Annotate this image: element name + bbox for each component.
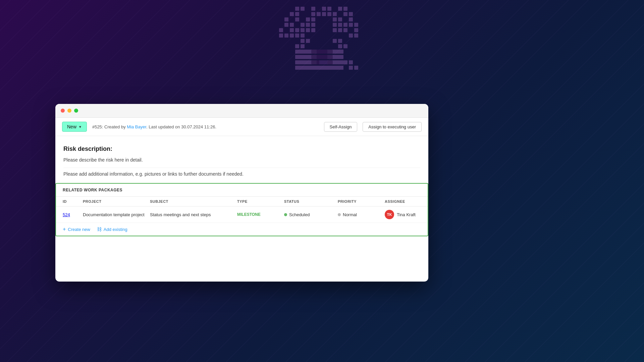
description-line2: Please add additional information, e.g. … (63, 168, 420, 178)
svg-rect-26 (306, 23, 310, 27)
svg-rect-13 (333, 12, 337, 16)
action-row: + Create new ⛓ Add existing (56, 223, 428, 236)
related-work-packages-section: RELATED WORK PACKAGES ID PROJECT SUBJECT… (55, 183, 428, 236)
col-header-priority: PRIORITY (338, 199, 385, 203)
svg-rect-5 (338, 7, 342, 11)
svg-rect-10 (317, 12, 321, 16)
priority-label: Normal (343, 212, 357, 217)
svg-rect-55 (301, 44, 305, 48)
toolbar: New ▼ #525: Created by Mia Bayer. Last u… (55, 118, 428, 136)
meta-info: #525: Created by Mia Bayer. Last updated… (92, 124, 319, 129)
priority-dot-normal (338, 213, 341, 216)
svg-rect-49 (354, 34, 358, 38)
svg-rect-0 (295, 7, 299, 11)
add-existing-label: Add existing (104, 227, 127, 232)
svg-rect-53 (338, 39, 342, 43)
svg-rect-70 (311, 55, 333, 59)
svg-rect-40 (338, 28, 342, 32)
svg-rect-51 (306, 39, 310, 43)
create-new-button[interactable]: + Create new (63, 226, 90, 232)
svg-rect-63 (349, 60, 353, 64)
svg-rect-43 (279, 34, 283, 38)
assign-executing-user-button[interactable]: Assign to executing user (363, 122, 422, 132)
col-header-status: STATUS (284, 199, 338, 203)
svg-rect-29 (338, 23, 342, 27)
work-package-id-link[interactable]: 524 (63, 212, 70, 217)
related-section-title: RELATED WORK PACKAGES (56, 184, 428, 197)
svg-rect-28 (333, 23, 337, 27)
svg-rect-71 (311, 60, 319, 64)
create-new-label: Create new (68, 227, 90, 232)
svg-rect-48 (349, 34, 353, 38)
svg-rect-7 (290, 12, 294, 16)
status-dot-scheduled (284, 213, 287, 216)
svg-rect-14 (343, 12, 347, 16)
svg-rect-31 (349, 23, 353, 27)
svg-rect-32 (354, 23, 358, 27)
meta-prefix: #525: Created by (92, 124, 127, 129)
svg-rect-50 (301, 39, 305, 43)
row-subject: Status meetings and next steps (150, 212, 237, 217)
content-area: Risk description: Please describe the ri… (55, 136, 428, 183)
minimize-icon[interactable] (67, 109, 71, 113)
assignee-cell: TK Tina Kraft (385, 210, 428, 219)
col-header-assignee: ASSIGNEE (385, 199, 428, 203)
svg-rect-44 (284, 34, 288, 38)
col-header-subject: SUBJECT (150, 199, 237, 203)
logo-container (268, 7, 376, 95)
svg-rect-57 (343, 44, 347, 48)
svg-rect-25 (301, 23, 305, 27)
priority-badge: Normal (338, 212, 385, 217)
svg-rect-27 (311, 23, 315, 27)
svg-rect-22 (349, 17, 353, 21)
svg-rect-41 (343, 28, 347, 32)
self-assign-button[interactable]: Self-Assign (324, 122, 358, 132)
svg-rect-69 (311, 50, 333, 54)
status-button-label: New (67, 124, 76, 129)
svg-rect-61 (295, 66, 343, 70)
table-row: 524 Documentation template project Statu… (56, 206, 428, 223)
svg-rect-37 (306, 28, 310, 32)
row-type: MILESTONE (237, 212, 284, 217)
svg-rect-3 (322, 7, 326, 11)
svg-rect-2 (311, 7, 315, 11)
pixel-logo-svg (268, 7, 376, 94)
work-packages-table: ID PROJECT SUBJECT TYPE STATUS PRIORITY … (56, 197, 428, 236)
meta-author-link[interactable]: Mia Bayer (127, 124, 146, 129)
svg-rect-23 (284, 23, 288, 27)
status-label: Scheduled (289, 212, 310, 217)
svg-rect-20 (333, 17, 337, 21)
svg-rect-45 (290, 34, 294, 38)
svg-rect-16 (284, 17, 288, 21)
svg-rect-64 (349, 66, 353, 70)
svg-rect-4 (327, 7, 331, 11)
add-existing-button[interactable]: ⛓ Add existing (97, 227, 127, 232)
svg-rect-42 (354, 28, 358, 32)
svg-rect-54 (295, 44, 299, 48)
col-header-id: ID (63, 199, 83, 203)
svg-rect-65 (354, 66, 358, 70)
svg-rect-8 (295, 12, 299, 16)
svg-rect-11 (322, 12, 326, 16)
chevron-down-icon: ▼ (78, 125, 82, 129)
svg-rect-47 (301, 34, 305, 38)
svg-rect-12 (327, 12, 331, 16)
svg-rect-33 (279, 28, 283, 32)
row-project: Documentation template project (83, 212, 150, 217)
maximize-icon[interactable] (74, 109, 78, 113)
svg-rect-56 (338, 44, 342, 48)
description-line1: Please describe the risk here in detail. (63, 157, 420, 164)
svg-rect-35 (295, 28, 299, 32)
link-icon: ⛓ (97, 227, 102, 232)
table-header-row: ID PROJECT SUBJECT TYPE STATUS PRIORITY … (56, 197, 428, 206)
svg-rect-30 (343, 23, 347, 27)
avatar: TK (385, 210, 394, 219)
risk-description-title: Risk description: (63, 145, 420, 153)
close-icon[interactable] (61, 109, 65, 113)
svg-rect-52 (333, 39, 337, 43)
status-button[interactable]: New ▼ (62, 122, 87, 132)
col-header-type: TYPE (237, 199, 284, 203)
row-status: Scheduled (284, 212, 338, 217)
svg-rect-6 (343, 7, 347, 11)
col-header-project: PROJECT (83, 199, 150, 203)
